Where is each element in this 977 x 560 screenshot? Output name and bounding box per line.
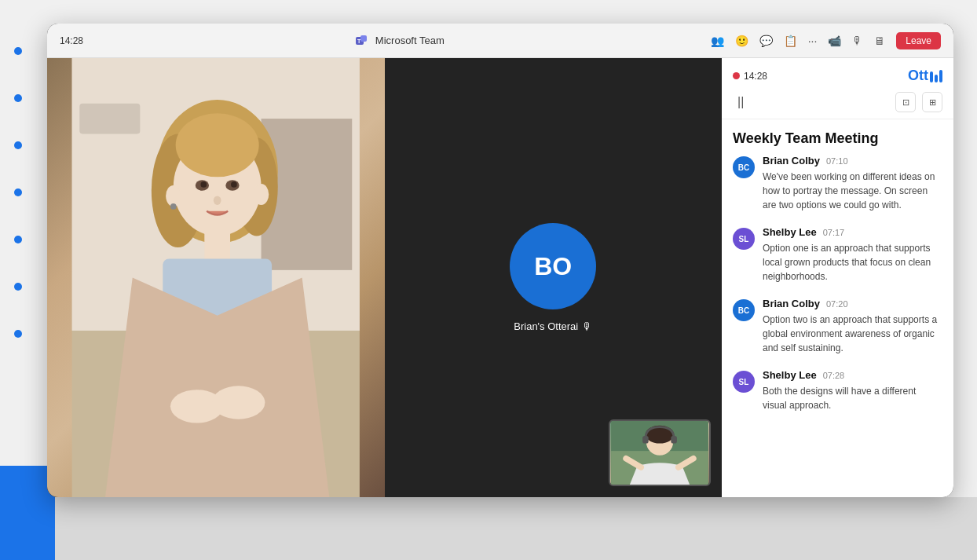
dot-7 — [14, 330, 22, 338]
camera-icon[interactable]: 📹 — [828, 35, 841, 47]
woman-silhouette — [47, 58, 385, 497]
entry-header-3: Brian Colby 07:20 — [763, 298, 942, 309]
entry-header-2: Shelby Lee 07:17 — [763, 226, 942, 238]
dot-5 — [14, 236, 22, 243]
svg-point-15 — [231, 181, 237, 188]
otter-bars — [930, 70, 942, 82]
entry-content-2: Shelby Lee 07:17 Option one is an approa… — [763, 226, 942, 284]
recording-dot — [733, 72, 740, 79]
teams-time: 14:28 — [60, 35, 87, 46]
entry-time-4: 07:28 — [823, 371, 845, 380]
svg-rect-29 — [671, 436, 677, 444]
svg-rect-1 — [360, 35, 367, 42]
speaker-name-4: Shelby Lee — [763, 369, 817, 381]
dot-3 — [14, 141, 22, 149]
teams-toolbar: 14:28 T Microsoft Team 👥 🙂 💬 📋 ··· 📹 🎙 🖥… — [47, 24, 953, 58]
svg-rect-28 — [642, 436, 649, 444]
main-video-content: BO Brian's Otterai 🎙 — [47, 58, 722, 497]
avatar-brian-1: BC — [733, 156, 755, 178]
entry-time-3: 07:20 — [826, 299, 848, 309]
participant-name-text: Brian's Otterai — [514, 320, 578, 332]
bo-avatar: BO — [510, 223, 596, 309]
transcript-header: 14:28 Ott || ⊡ — [722, 58, 953, 119]
teams-bar-icons: 👥 🙂 💬 📋 ··· 📹 🎙 🖥 Leave — [711, 32, 941, 49]
speaker-name-1: Brian Colby — [763, 155, 820, 167]
recording-time: 14:28 — [744, 71, 767, 82]
svg-point-11 — [176, 113, 259, 177]
small-video-feed — [610, 421, 709, 485]
transcript-title: Weekly Team Meeting — [722, 119, 953, 155]
entry-text-1: We've been working on different ideas on… — [763, 170, 942, 212]
speaker-name-3: Brian Colby — [763, 298, 820, 309]
entry-text-2: Option one is an approach that supports … — [763, 241, 942, 284]
svg-rect-6 — [79, 104, 140, 134]
transcript-ctrl-2[interactable]: ⊞ — [922, 92, 942, 112]
entry-text-4: Both the designs will have a different v… — [763, 384, 942, 412]
participants-icon[interactable]: 👥 — [711, 35, 724, 47]
entry-time-2: 07:17 — [823, 228, 845, 237]
svg-point-23 — [212, 386, 265, 419]
teams-logo-icon: T — [353, 33, 369, 49]
leave-button[interactable]: Leave — [896, 32, 941, 49]
participant-name-label: Brian's Otterai 🎙 — [514, 320, 592, 332]
transcript-panel: 14:28 Ott || ⊡ — [722, 58, 953, 497]
transcript-entry-2: SL Shelby Lee 07:17 Option one is an app… — [733, 226, 942, 284]
otter-bar-1 — [930, 71, 933, 82]
otter-text: Ott — [908, 68, 928, 84]
svg-point-16 — [214, 196, 221, 205]
entry-content-3: Brian Colby 07:20 Option two is an appro… — [763, 298, 942, 355]
transcript-top-row: 14:28 Ott — [733, 68, 942, 84]
teams-title-area: T Microsoft Team — [97, 33, 701, 49]
avatar-shelby-1: SL — [733, 228, 755, 250]
woman-video-feed — [47, 58, 385, 497]
otter-bar-2 — [935, 75, 938, 82]
transcript-entry-4: SL Shelby Lee 07:28 Both the designs wil… — [733, 369, 942, 412]
teams-app-title: Microsoft Team — [375, 35, 445, 46]
background-dots — [14, 47, 22, 338]
main-video-right: BO Brian's Otterai 🎙 — [385, 58, 723, 497]
svg-point-19 — [170, 203, 177, 210]
video-area: BO Brian's Otterai 🎙 — [47, 58, 953, 497]
emoji-icon[interactable]: 🙂 — [735, 35, 748, 47]
bo-initials: BO — [534, 252, 572, 281]
entry-header-1: Brian Colby 07:10 — [763, 155, 942, 167]
otter-bar-3 — [939, 70, 942, 82]
small-video-thumbnail — [609, 419, 711, 486]
entry-time-1: 07:10 — [826, 156, 848, 166]
chat-icon[interactable]: 💬 — [759, 35, 773, 47]
transcript-entry-1: BC Brian Colby 07:10 We've been working … — [733, 155, 942, 212]
pause-button[interactable]: || — [733, 93, 748, 111]
svg-point-17 — [166, 185, 181, 207]
transcript-entry-3: BC Brian Colby 07:20 Option two is an ap… — [733, 298, 942, 355]
recording-indicator: 14:28 — [733, 71, 767, 82]
dot-1 — [14, 47, 22, 55]
transcript-scroll-area[interactable]: BC Brian Colby 07:10 We've been working … — [722, 155, 953, 497]
svg-point-18 — [254, 184, 269, 205]
transcript-controls: || ⊡ ⊞ — [733, 92, 942, 112]
small-video-silhouette — [610, 421, 709, 485]
avatar-brian-2: BC — [733, 299, 755, 321]
screen-share-icon[interactable]: 🖥 — [874, 35, 885, 47]
transcript-ctrl-1[interactable]: ⊡ — [895, 92, 916, 112]
share-icon[interactable]: 📋 — [784, 35, 797, 47]
entry-header-4: Shelby Lee 07:28 — [763, 369, 942, 381]
otter-logo: Ott — [908, 68, 942, 84]
mic-icon[interactable]: 🎙 — [852, 35, 863, 47]
speaker-name-2: Shelby Lee — [763, 226, 817, 238]
more-icon[interactable]: ··· — [808, 35, 818, 47]
entry-content-4: Shelby Lee 07:28 Both the designs will h… — [763, 369, 942, 412]
mic-muted-icon: 🎙 — [582, 320, 592, 332]
svg-text:T: T — [357, 38, 361, 44]
dot-6 — [14, 283, 22, 291]
entry-content-1: Brian Colby 07:10 We've been working on … — [763, 155, 942, 212]
monitor-frame: 14:28 T Microsoft Team 👥 🙂 💬 📋 ··· 📹 🎙 🖥… — [47, 24, 953, 497]
dot-4 — [14, 188, 22, 196]
main-video-left — [47, 58, 385, 497]
gray-bottom-bar — [55, 497, 977, 560]
avatar-shelby-2: SL — [733, 371, 755, 393]
svg-point-14 — [200, 181, 207, 188]
entry-text-3: Option two is an approach that supports … — [763, 313, 942, 355]
dot-2 — [14, 94, 22, 102]
